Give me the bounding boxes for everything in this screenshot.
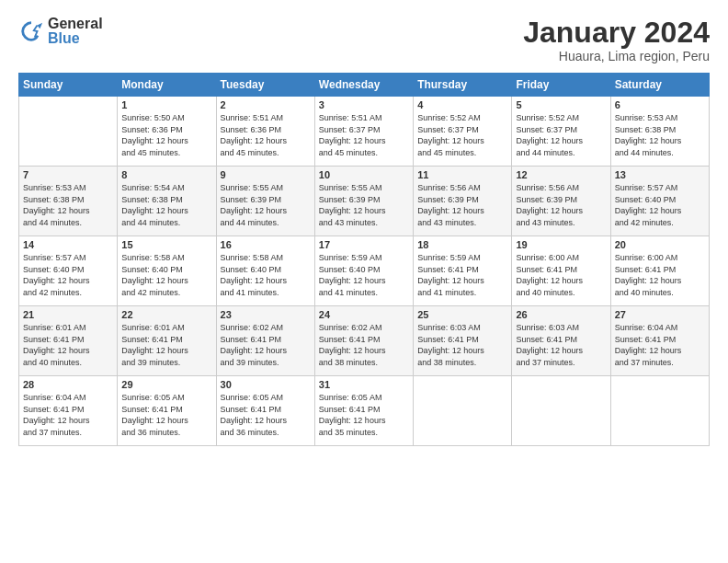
daylight-text: Daylight: 12 hours: [319, 205, 409, 217]
day-number: 15: [121, 239, 211, 250]
day-number: 10: [319, 169, 409, 180]
day-info: Sunrise: 5:51 AMSunset: 6:37 PMDaylight:…: [319, 112, 409, 158]
sunrise-text: Sunrise: 5:50 AM: [121, 112, 211, 124]
sunset-text: Sunset: 6:41 PM: [221, 404, 311, 416]
day-number: 14: [23, 239, 113, 250]
day-info: Sunrise: 5:57 AMSunset: 6:40 PMDaylight:…: [615, 182, 705, 228]
daylight-text: Daylight: 12 hours: [319, 135, 409, 147]
daylight-minutes-text: and 42 minutes.: [615, 217, 705, 229]
daylight-text: Daylight: 12 hours: [221, 345, 311, 357]
daylight-minutes-text: and 35 minutes.: [319, 427, 409, 439]
daylight-text: Daylight: 12 hours: [417, 275, 507, 287]
daylight-text: Daylight: 12 hours: [221, 275, 311, 287]
sunset-text: Sunset: 6:40 PM: [121, 264, 211, 276]
sunrise-text: Sunrise: 5:59 AM: [319, 252, 409, 264]
daylight-text: Daylight: 12 hours: [516, 345, 606, 357]
day-info: Sunrise: 5:58 AMSunset: 6:40 PMDaylight:…: [221, 252, 311, 298]
calendar-cell: [19, 97, 118, 167]
sunrise-text: Sunrise: 6:00 AM: [516, 252, 606, 264]
day-info: Sunrise: 6:05 AMSunset: 6:41 PMDaylight:…: [319, 392, 409, 438]
daylight-minutes-text: and 36 minutes.: [121, 427, 211, 439]
day-info: Sunrise: 5:53 AMSunset: 6:38 PMDaylight:…: [23, 182, 113, 228]
daylight-minutes-text: and 37 minutes.: [23, 427, 113, 439]
sunrise-text: Sunrise: 5:57 AM: [615, 182, 705, 194]
daylight-text: Daylight: 12 hours: [221, 205, 311, 217]
daylight-minutes-text: and 42 minutes.: [121, 287, 211, 299]
sunrise-text: Sunrise: 5:56 AM: [516, 182, 606, 194]
calendar-cell: 3Sunrise: 5:51 AMSunset: 6:37 PMDaylight…: [314, 97, 413, 167]
day-number: 30: [221, 379, 311, 390]
weekday-header: Saturday: [610, 74, 709, 97]
day-number: 25: [417, 309, 507, 320]
sunrise-text: Sunrise: 6:03 AM: [417, 322, 507, 334]
header-row: SundayMondayTuesdayWednesdayThursdayFrid…: [19, 74, 710, 97]
day-number: 31: [319, 379, 409, 390]
day-number: 20: [615, 239, 705, 250]
calendar-week-row: 28Sunrise: 6:04 AMSunset: 6:41 PMDayligh…: [19, 376, 710, 446]
day-info: Sunrise: 6:01 AMSunset: 6:41 PMDaylight:…: [23, 322, 113, 368]
daylight-minutes-text: and 44 minutes.: [615, 147, 705, 159]
weekday-header: Monday: [118, 74, 216, 97]
weekday-header: Friday: [512, 74, 610, 97]
daylight-minutes-text: and 39 minutes.: [121, 357, 211, 369]
day-number: 23: [221, 309, 311, 320]
daylight-text: Daylight: 12 hours: [615, 345, 705, 357]
sunset-text: Sunset: 6:41 PM: [516, 334, 606, 346]
day-info: Sunrise: 5:53 AMSunset: 6:38 PMDaylight:…: [615, 112, 705, 158]
day-number: 16: [221, 239, 311, 250]
daylight-minutes-text: and 45 minutes.: [121, 147, 211, 159]
daylight-minutes-text: and 45 minutes.: [417, 147, 507, 159]
sunrise-text: Sunrise: 5:52 AM: [516, 112, 606, 124]
daylight-minutes-text: and 43 minutes.: [319, 217, 409, 229]
sunset-text: Sunset: 6:39 PM: [319, 194, 409, 206]
day-info: Sunrise: 5:58 AMSunset: 6:40 PMDaylight:…: [121, 252, 211, 298]
day-info: Sunrise: 5:54 AMSunset: 6:38 PMDaylight:…: [121, 182, 211, 228]
day-info: Sunrise: 5:59 AMSunset: 6:41 PMDaylight:…: [417, 252, 507, 298]
daylight-text: Daylight: 12 hours: [221, 135, 311, 147]
daylight-minutes-text: and 40 minutes.: [615, 287, 705, 299]
sunrise-text: Sunrise: 5:53 AM: [615, 112, 705, 124]
sunset-text: Sunset: 6:36 PM: [121, 124, 211, 136]
sunrise-text: Sunrise: 6:02 AM: [221, 322, 311, 334]
calendar-cell: 18Sunrise: 5:59 AMSunset: 6:41 PMDayligh…: [414, 236, 512, 306]
daylight-text: Daylight: 12 hours: [516, 135, 606, 147]
calendar-cell: 22Sunrise: 6:01 AMSunset: 6:41 PMDayligh…: [118, 306, 216, 376]
day-number: 18: [417, 239, 507, 250]
daylight-text: Daylight: 12 hours: [615, 205, 705, 217]
daylight-minutes-text: and 41 minutes.: [221, 287, 311, 299]
calendar-cell: 2Sunrise: 5:51 AMSunset: 6:36 PMDaylight…: [216, 97, 314, 167]
sunrise-text: Sunrise: 5:55 AM: [221, 182, 311, 194]
sunset-text: Sunset: 6:41 PM: [319, 404, 409, 416]
sunrise-text: Sunrise: 6:02 AM: [319, 322, 409, 334]
calendar-cell: 6Sunrise: 5:53 AMSunset: 6:38 PMDaylight…: [610, 97, 709, 167]
calendar-cell: 19Sunrise: 6:00 AMSunset: 6:41 PMDayligh…: [512, 236, 610, 306]
calendar-cell: 10Sunrise: 5:55 AMSunset: 6:39 PMDayligh…: [314, 167, 413, 236]
sunrise-text: Sunrise: 5:59 AM: [417, 252, 507, 264]
sunset-text: Sunset: 6:41 PM: [615, 334, 705, 346]
sunset-text: Sunset: 6:41 PM: [319, 334, 409, 346]
calendar-cell: 7Sunrise: 5:53 AMSunset: 6:38 PMDaylight…: [19, 167, 118, 236]
calendar-week-row: 1Sunrise: 5:50 AMSunset: 6:36 PMDaylight…: [19, 97, 710, 167]
sunset-text: Sunset: 6:41 PM: [417, 334, 507, 346]
calendar-cell: 26Sunrise: 6:03 AMSunset: 6:41 PMDayligh…: [512, 306, 610, 376]
day-info: Sunrise: 6:02 AMSunset: 6:41 PMDaylight:…: [319, 322, 409, 368]
daylight-text: Daylight: 12 hours: [615, 135, 705, 147]
calendar-cell: 30Sunrise: 6:05 AMSunset: 6:41 PMDayligh…: [216, 376, 314, 446]
day-info: Sunrise: 6:04 AMSunset: 6:41 PMDaylight:…: [23, 392, 113, 438]
sunrise-text: Sunrise: 5:52 AM: [417, 112, 507, 124]
day-info: Sunrise: 5:57 AMSunset: 6:40 PMDaylight:…: [23, 252, 113, 298]
daylight-minutes-text: and 41 minutes.: [417, 287, 507, 299]
calendar-cell: 8Sunrise: 5:54 AMSunset: 6:38 PMDaylight…: [118, 167, 216, 236]
daylight-minutes-text: and 41 minutes.: [319, 287, 409, 299]
daylight-text: Daylight: 12 hours: [319, 345, 409, 357]
calendar-cell: 24Sunrise: 6:02 AMSunset: 6:41 PMDayligh…: [314, 306, 413, 376]
sunset-text: Sunset: 6:39 PM: [516, 194, 606, 206]
day-number: 26: [516, 309, 606, 320]
weekday-header: Wednesday: [314, 74, 413, 97]
daylight-text: Daylight: 12 hours: [417, 205, 507, 217]
calendar-cell: 15Sunrise: 5:58 AMSunset: 6:40 PMDayligh…: [118, 236, 216, 306]
daylight-text: Daylight: 12 hours: [319, 415, 409, 427]
sunset-text: Sunset: 6:41 PM: [615, 264, 705, 276]
sunset-text: Sunset: 6:41 PM: [121, 404, 211, 416]
day-info: Sunrise: 5:52 AMSunset: 6:37 PMDaylight:…: [516, 112, 606, 158]
